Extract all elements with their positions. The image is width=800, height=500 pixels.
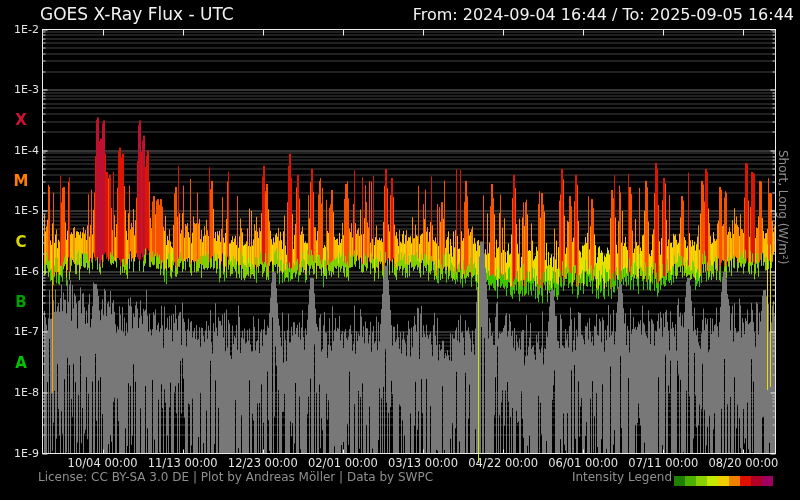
y-axis-tick-label: 1E-2 xyxy=(0,23,39,36)
flux-class-label: C xyxy=(8,233,34,251)
intensity-legend-swatch xyxy=(729,476,740,486)
y-axis-tick-label: 1E-3 xyxy=(0,83,39,96)
x-axis-tick-label: 04/22 00:00 xyxy=(458,456,548,470)
x-axis-tick-label: 12/23 00:00 xyxy=(218,456,308,470)
y-axis-tick-label: 1E-4 xyxy=(0,144,39,157)
time-range-label: From: 2024-09-04 16:44 / To: 2025-09-05 … xyxy=(413,5,794,24)
goes-xray-flux-plot: GOES X-Ray Flux - UTC From: 2024-09-04 1… xyxy=(0,0,800,500)
flux-class-label: A xyxy=(8,354,34,372)
x-axis-tick-label: 06/01 00:00 xyxy=(538,456,628,470)
intensity-legend-swatch xyxy=(674,476,685,486)
x-axis-tick-label: 02/01 00:00 xyxy=(298,456,388,470)
x-axis-tick-label: 10/04 00:00 xyxy=(58,456,148,470)
intensity-legend-swatch xyxy=(762,476,773,486)
flux-class-label: B xyxy=(8,293,34,311)
flux-class-label: M xyxy=(8,172,34,190)
intensity-legend-swatch xyxy=(751,476,762,486)
flux-class-label: X xyxy=(8,111,34,129)
y-axis-tick-label: 1E-8 xyxy=(0,386,39,399)
x-axis-tick-label: 03/13 00:00 xyxy=(378,456,468,470)
right-axis-label: Short, Long (W/m²) xyxy=(776,150,790,264)
intensity-legend-swatch xyxy=(740,476,751,486)
intensity-legend-swatch xyxy=(685,476,696,486)
intensity-legend-swatch xyxy=(718,476,729,486)
x-axis-tick-label: 07/11 00:00 xyxy=(618,456,708,470)
y-axis-tick-label: 1E-7 xyxy=(0,325,39,338)
intensity-legend-label: Intensity Legend xyxy=(572,470,672,484)
y-axis-tick-label: 1E-5 xyxy=(0,204,39,217)
x-axis-tick-label: 08/20 00:00 xyxy=(698,456,788,470)
intensity-legend-bar xyxy=(674,476,773,486)
intensity-legend-swatch xyxy=(696,476,707,486)
x-axis-tick-label: 11/13 00:00 xyxy=(138,456,228,470)
y-axis-tick-label: 1E-9 xyxy=(0,447,39,460)
intensity-legend-swatch xyxy=(707,476,718,486)
page-title: GOES X-Ray Flux - UTC xyxy=(40,4,234,24)
license-text: License: CC BY-SA 3.0 DE | Plot by Andre… xyxy=(38,470,433,484)
y-axis-tick-label: 1E-6 xyxy=(0,265,39,278)
flux-chart-canvas xyxy=(0,0,800,500)
